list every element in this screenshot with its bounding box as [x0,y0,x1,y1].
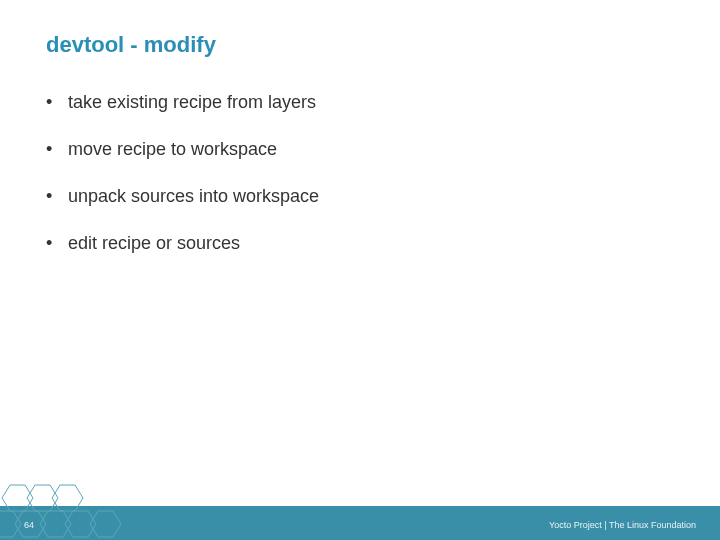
svg-marker-6 [65,511,96,537]
bullet-icon: • [46,186,68,207]
svg-marker-3 [0,511,21,537]
bullet-list: • take existing recipe from layers • mov… [46,92,674,280]
bullet-text: edit recipe or sources [68,233,240,254]
svg-marker-1 [27,485,58,511]
bullet-icon: • [46,92,68,113]
list-item: • move recipe to workspace [46,139,674,160]
bullet-icon: • [46,139,68,160]
list-item: • unpack sources into workspace [46,186,674,207]
footer-bar: 64 Yocto Project | The Linux Foundation [0,506,720,540]
bullet-text: move recipe to workspace [68,139,277,160]
hexagon-decoration [0,480,140,540]
bullet-text: take existing recipe from layers [68,92,316,113]
list-item: • edit recipe or sources [46,233,674,254]
footer-text: Yocto Project | The Linux Foundation [549,520,696,530]
svg-marker-0 [2,485,33,511]
page-number: 64 [24,520,34,530]
svg-marker-7 [90,511,121,537]
slide: devtool - modify • take existing recipe … [0,0,720,540]
bullet-icon: • [46,233,68,254]
bullet-text: unpack sources into workspace [68,186,319,207]
svg-marker-5 [40,511,71,537]
svg-marker-2 [52,485,83,511]
list-item: • take existing recipe from layers [46,92,674,113]
slide-title: devtool - modify [46,32,216,58]
